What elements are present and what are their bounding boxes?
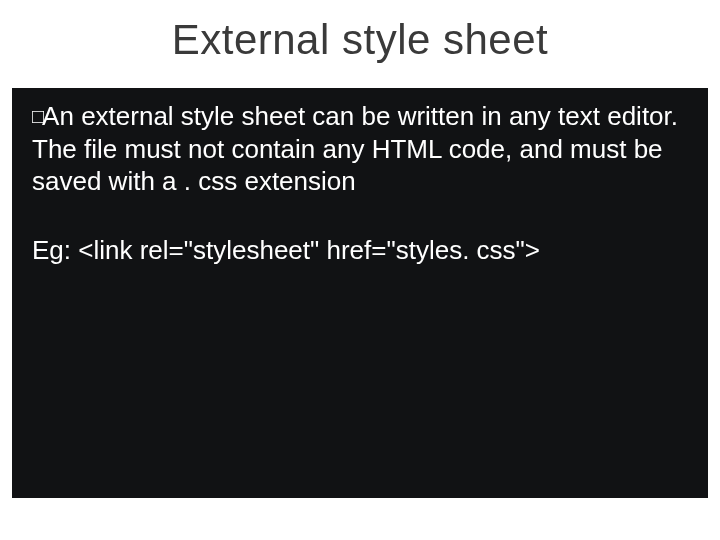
slide: External style sheet □An external style … (0, 0, 720, 540)
paragraph-rest: external style sheet can be written in a… (32, 101, 678, 196)
paragraph-lead: An (42, 101, 74, 131)
example-code: <link rel="stylesheet" href="styles. css… (78, 235, 540, 265)
example-line: Eg: <link rel="stylesheet" href="styles.… (32, 234, 688, 267)
bullet-icon: □ (32, 105, 42, 127)
example-label: Eg: (32, 235, 78, 265)
content-box: □An external style sheet can be written … (12, 88, 708, 498)
slide-title: External style sheet (0, 16, 720, 64)
body-paragraph: □An external style sheet can be written … (32, 100, 688, 198)
